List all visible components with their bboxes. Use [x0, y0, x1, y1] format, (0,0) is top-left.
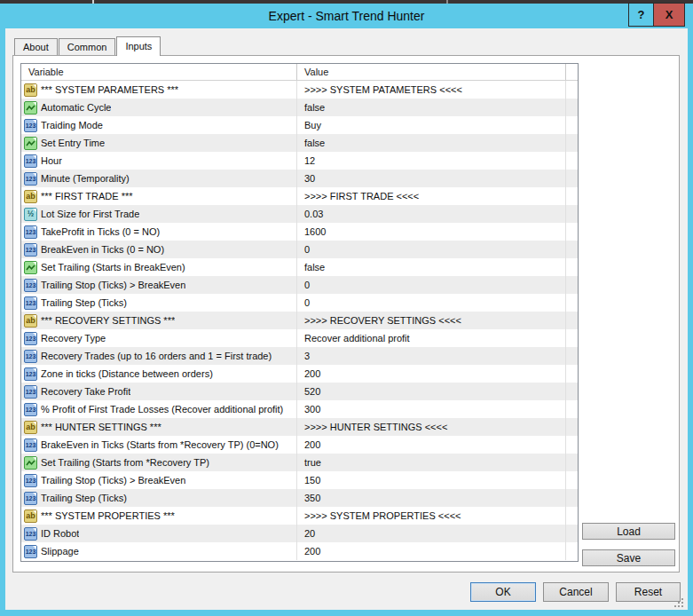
- table-row[interactable]: 123 Traiding Mode Buy: [21, 116, 578, 134]
- param-value[interactable]: false: [297, 134, 566, 152]
- title-bar[interactable]: Expert - Smart Trend Hunter: [0, 4, 693, 28]
- table-row[interactable]: ab *** SYSTEM PROPERTIES *** >>>> SYSTEM…: [21, 507, 578, 525]
- double-param-icon: ½: [24, 208, 37, 221]
- param-value[interactable]: 30: [297, 170, 566, 187]
- table-row[interactable]: 123 Hour 12: [21, 152, 578, 170]
- resize-grip[interactable]: [673, 597, 684, 608]
- table-row[interactable]: Automatic Cycle false: [21, 99, 578, 116]
- param-variable: % Profit of First Trade Losses (Recover …: [41, 404, 283, 415]
- param-value[interactable]: 200: [297, 436, 566, 454]
- int-param-icon: 123: [24, 279, 37, 292]
- param-value[interactable]: 200: [297, 365, 566, 383]
- table-row[interactable]: ab *** FIRST TRADE *** >>>> FIRST TRADE …: [21, 187, 578, 205]
- tab-about[interactable]: About: [14, 38, 58, 55]
- param-value[interactable]: >>>> SYSTEM PROPERTIES <<<<: [297, 507, 566, 525]
- param-value[interactable]: 350: [297, 489, 566, 507]
- reset-button[interactable]: Reset: [616, 582, 681, 602]
- param-variable: Zone in ticks (Distance between orders): [41, 368, 213, 379]
- param-value[interactable]: 0: [297, 241, 566, 258]
- param-value[interactable]: Buy: [297, 116, 566, 134]
- table-row[interactable]: 123 Minute (Temporality) 30: [21, 170, 578, 187]
- table-row[interactable]: 123 Trailing Step (Ticks) 350: [21, 489, 578, 507]
- variable-cell: 123 Trailing Stop (Ticks) > BreakEven: [21, 276, 297, 294]
- param-variable: Trailing Step (Ticks): [41, 297, 127, 308]
- table-row[interactable]: ½ Lot Size for First Trade 0.03: [21, 205, 578, 223]
- table-row[interactable]: 123 % Profit of First Trade Losses (Reco…: [21, 400, 578, 418]
- int-param-icon: 123: [24, 385, 37, 399]
- table-row[interactable]: ab *** RECOVERY SETTINGS *** >>>> RECOVE…: [21, 312, 578, 329]
- bool-param-icon: [24, 101, 37, 115]
- param-value[interactable]: 0: [297, 294, 566, 312]
- int-param-icon: 123: [24, 172, 37, 186]
- param-value[interactable]: 12: [297, 152, 566, 170]
- param-value[interactable]: >>>> SYSTEM PATAMETERS <<<<: [297, 81, 566, 99]
- table-row[interactable]: Set Trailing (Starts in BreakEven) false: [21, 258, 578, 276]
- int-param-icon: 123: [24, 243, 37, 257]
- table-row[interactable]: ab *** SYSTEM PARAMETERS *** >>>> SYSTEM…: [21, 81, 578, 99]
- variable-cell: 123 Trailing Step (Ticks): [21, 294, 297, 312]
- table-rows: ab *** SYSTEM PARAMETERS *** >>>> SYSTEM…: [21, 81, 578, 560]
- param-value[interactable]: false: [297, 258, 566, 276]
- table-row[interactable]: 123 Slippage 200: [21, 542, 578, 560]
- inputs-tab-page: Variable Value ab *** SYSTEM PARAMETERS …: [12, 55, 680, 573]
- param-variable: Trailing Stop (Ticks) > BreakEven: [41, 280, 185, 290]
- table-row[interactable]: 123 Trailing Stop (Ticks) > BreakEven 15…: [21, 471, 578, 489]
- param-value[interactable]: 0: [297, 276, 566, 294]
- table-row[interactable]: 123 Recovery Trades (up to 16 orders and…: [21, 347, 578, 365]
- param-value[interactable]: 1600: [297, 223, 566, 241]
- cancel-button[interactable]: Cancel: [543, 582, 609, 602]
- table-row[interactable]: 123 Recovery Take Profit 520: [21, 383, 578, 400]
- table-row[interactable]: Set Entry Time false: [21, 134, 578, 152]
- param-variable: Lot Size for First Trade: [41, 209, 139, 219]
- param-variable: BrakeEven in Ticks (Starts from *Recover…: [41, 439, 279, 450]
- table-row[interactable]: 123 BrakeEven in Ticks (Starts from *Rec…: [21, 436, 578, 454]
- bool-param-icon: [24, 137, 37, 150]
- load-button[interactable]: Load: [582, 523, 675, 540]
- caption-buttons: ? X: [628, 3, 685, 27]
- table-row[interactable]: 123 BreakEven in Ticks (0 = NO) 0: [21, 241, 578, 258]
- param-value[interactable]: >>>> FIRST TRADE <<<<: [297, 187, 566, 205]
- table-row[interactable]: Set Trailing (Starts from *Recovery TP) …: [21, 454, 578, 471]
- param-value[interactable]: 300: [297, 400, 566, 418]
- save-button[interactable]: Save: [582, 549, 675, 566]
- int-param-icon: 123: [24, 119, 37, 132]
- table-row[interactable]: 123 Recovery Type Recover additional pro…: [21, 329, 578, 347]
- table-row[interactable]: 123 ID Robot 20: [21, 525, 578, 542]
- param-value[interactable]: >>>> HUNTER SETTINGS <<<<: [297, 418, 566, 436]
- table-row[interactable]: 123 Trailing Stop (Ticks) > BreakEven 0: [21, 276, 578, 294]
- table-row[interactable]: ab *** HUNTER SETTINGS *** >>>> HUNTER S…: [21, 418, 578, 436]
- dialog-client-area: About Common Inputs Variable Value ab: [5, 28, 688, 610]
- param-value[interactable]: 3: [297, 347, 566, 365]
- close-button[interactable]: X: [654, 4, 684, 26]
- tab-inputs[interactable]: Inputs: [116, 36, 161, 56]
- variable-cell: Set Trailing (Starts in BreakEven): [21, 258, 297, 276]
- variable-cell: 123 TakeProfit in Ticks (0 = NO): [21, 223, 297, 241]
- help-button[interactable]: ?: [629, 4, 654, 26]
- param-variable: *** HUNTER SETTINGS ***: [41, 422, 161, 432]
- ok-button[interactable]: OK: [470, 582, 536, 602]
- param-value[interactable]: 200: [297, 542, 566, 560]
- param-value[interactable]: false: [297, 99, 566, 116]
- variable-cell: 123 BreakEven in Ticks (0 = NO): [21, 241, 297, 258]
- param-value[interactable]: >>>> RECOVERY SETTINGS <<<<: [297, 312, 566, 329]
- param-value[interactable]: Recover additional profit: [297, 329, 566, 347]
- string-param-icon: ab: [24, 83, 37, 97]
- string-param-icon: ab: [24, 314, 37, 328]
- param-value[interactable]: 20: [297, 525, 566, 542]
- int-param-icon: 123: [24, 403, 37, 416]
- int-param-icon: 123: [24, 296, 37, 310]
- tab-common[interactable]: Common: [59, 38, 116, 55]
- table-row[interactable]: 123 Trailing Step (Ticks) 0: [21, 294, 578, 312]
- param-value[interactable]: true: [297, 454, 566, 471]
- param-value[interactable]: 0.03: [297, 205, 566, 223]
- table-row[interactable]: 123 TakeProfit in Ticks (0 = NO) 1600: [21, 223, 578, 241]
- tab-strip: About Common Inputs: [14, 36, 161, 55]
- variable-cell: 123 % Profit of First Trade Losses (Reco…: [21, 400, 297, 418]
- param-value[interactable]: 520: [297, 383, 566, 400]
- variable-cell: ab *** SYSTEM PROPERTIES ***: [21, 507, 297, 525]
- table-row[interactable]: 123 Zone in ticks (Distance between orde…: [21, 365, 578, 383]
- table-header: Variable Value: [21, 64, 578, 81]
- int-param-icon: 123: [24, 492, 37, 505]
- param-value[interactable]: 150: [297, 471, 566, 489]
- help-icon: ?: [638, 8, 645, 21]
